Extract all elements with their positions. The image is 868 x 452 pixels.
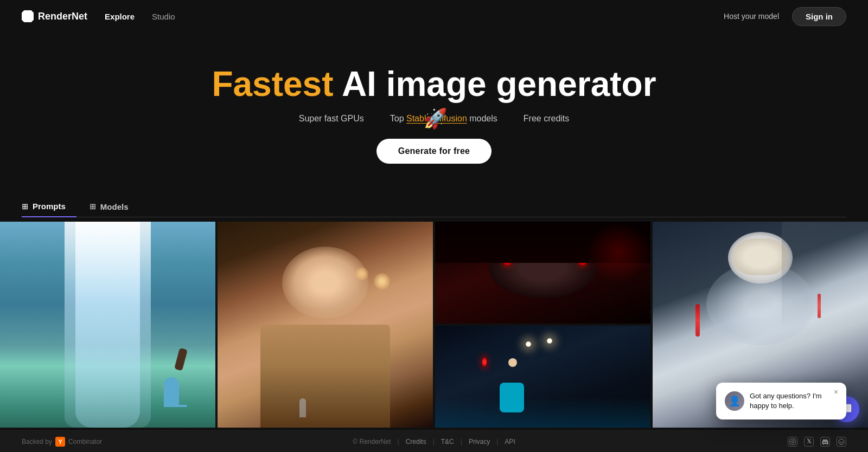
grid-col-2	[218, 222, 433, 428]
image-vampire[interactable]	[435, 222, 650, 324]
discord-icon[interactable]	[820, 437, 830, 447]
header-left: RenderNet Explore Studio	[22, 10, 175, 22]
footer-left: Backed by Y Combinator	[22, 437, 102, 447]
tabs-section: ⊞ Prompts ⊞ Models	[0, 185, 868, 217]
header: RenderNet Explore Studio Host your model…	[0, 0, 868, 33]
chat-avatar: 👤	[725, 391, 744, 411]
footer-copyright: © RenderNet	[353, 438, 391, 445]
backed-by-label: Backed by	[22, 438, 52, 445]
hero-title: Fastest AI image generator	[22, 65, 846, 103]
footer-privacy-link[interactable]: Privacy	[469, 438, 490, 445]
rocket-emoji: 🚀	[423, 107, 448, 130]
grid-col-1	[0, 222, 215, 428]
tab-models[interactable]: ⊞ Models	[90, 196, 139, 217]
hero-title-highlight: Fastest	[212, 64, 333, 104]
chat-message: Got any questions? I'm happy to help.	[750, 391, 838, 411]
combinator-label: Combinator	[68, 438, 102, 445]
hero-subtitle-credits: Free credits	[524, 114, 569, 124]
hero-subtitle-gpus: Super fast GPUs	[299, 114, 364, 124]
svg-point-3	[839, 439, 844, 444]
instagram-icon[interactable]	[788, 437, 797, 447]
nav-studio[interactable]: Studio	[152, 12, 175, 21]
image-woman[interactable]	[218, 222, 433, 428]
tab-prompts[interactable]: ⊞ Prompts	[22, 196, 76, 217]
grid-col-3	[435, 222, 650, 428]
footer-sep-4: |	[496, 438, 498, 445]
hero-title-rest: AI image generator	[333, 64, 656, 104]
chat-close-button[interactable]: ×	[831, 387, 841, 397]
svg-point-1	[792, 441, 794, 443]
footer-sep-3: |	[461, 438, 462, 445]
hero-subtitle: Super fast GPUs Top Stable Diffusion mod…	[22, 114, 846, 124]
svg-point-2	[794, 440, 794, 440]
footer-center: © RenderNet | Credits | T&C | Privacy | …	[353, 438, 515, 445]
models-icon: ⊞	[90, 202, 96, 211]
footer-api-link[interactable]: API	[505, 438, 515, 445]
svg-point-4	[840, 441, 841, 442]
footer-sep-2: |	[433, 438, 435, 445]
reddit-icon[interactable]	[837, 437, 846, 447]
image-waterfall[interactable]	[0, 222, 215, 428]
footer-credits-link[interactable]: Credits	[406, 438, 426, 445]
footer-tnc-link[interactable]: T&C	[441, 438, 454, 445]
sign-in-button[interactable]: Sign in	[792, 7, 846, 26]
logo-text: RenderNet	[38, 11, 87, 22]
tab-prompts-label: Prompts	[33, 202, 66, 211]
footer-right: 𝕏	[788, 437, 846, 447]
svg-point-5	[842, 441, 843, 442]
prompts-icon: ⊞	[22, 202, 28, 211]
nav-explore[interactable]: Explore	[105, 12, 135, 21]
footer-sep-1: |	[398, 438, 399, 445]
yc-badge: Y	[55, 437, 65, 447]
tab-models-label: Models	[100, 202, 129, 211]
logo-icon	[22, 10, 34, 22]
logo[interactable]: RenderNet	[22, 10, 87, 22]
header-right: Host your model Sign in	[724, 7, 846, 26]
chat-widget: × 👤 Got any questions? I'm happy to help…	[716, 383, 846, 419]
hero-subtitle-top: Top	[390, 114, 406, 123]
hero-section: Fastest AI image generator Super fast GP…	[0, 33, 868, 185]
tabs-bar: ⊞ Prompts ⊞ Models	[22, 196, 846, 217]
host-model-link[interactable]: Host your model	[724, 12, 779, 21]
svg-rect-0	[790, 439, 795, 444]
twitter-x-icon[interactable]: 𝕏	[804, 437, 814, 447]
image-skater[interactable]	[435, 326, 650, 428]
generate-button[interactable]: Generate for free	[376, 139, 492, 164]
footer: Backed by Y Combinator © RenderNet | Cre…	[0, 430, 868, 452]
hero-subtitle-models: models	[467, 114, 497, 123]
